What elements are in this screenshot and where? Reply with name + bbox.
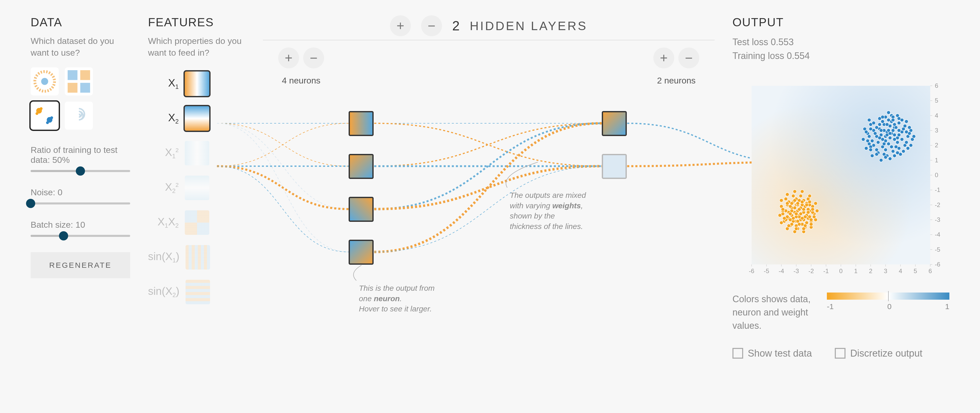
remove-layer-button[interactable]: − (421, 15, 442, 36)
svg-point-161 (882, 142, 886, 146)
add-layer-button[interactable]: + (390, 15, 411, 36)
svg-point-259 (797, 207, 801, 211)
svg-point-244 (812, 215, 816, 218)
svg-point-86 (891, 150, 895, 153)
hidden-layers-count: 2 (452, 18, 460, 33)
data-question: Which dataset do you want to use? (30, 35, 130, 59)
regenerate-button[interactable]: REGENERATE (30, 252, 130, 278)
show-test-data-checkbox[interactable]: Show test data (732, 348, 812, 359)
dataset-xor[interactable] (65, 67, 93, 96)
discretize-output-checkbox[interactable]: Discretize output (835, 348, 922, 359)
svg-point-101 (880, 158, 883, 162)
layer1-remove-neuron-button[interactable]: − (303, 48, 324, 69)
svg-point-160 (875, 126, 878, 129)
svg-text:5: 5 (935, 97, 938, 104)
svg-point-74 (887, 142, 891, 146)
svg-rect-14 (752, 86, 930, 265)
svg-text:4: 4 (935, 112, 938, 119)
legend-text: Colors shows data, neuron and weight val… (732, 292, 814, 333)
svg-text:0: 0 (935, 172, 938, 179)
svg-text:4: 4 (899, 268, 902, 274)
legend-tick-max: 1 (945, 302, 950, 311)
feature-thumb-sinx1 (186, 245, 210, 269)
svg-point-165 (878, 136, 881, 140)
svg-point-123 (888, 136, 892, 140)
feature-sinx1[interactable]: sin(X1) (148, 245, 245, 269)
features-question: Which properties do you want to feed in? (148, 35, 245, 59)
feature-thumb-x1 (185, 72, 209, 96)
svg-text:-4: -4 (779, 268, 784, 274)
feature-label-x2: X2 (148, 112, 179, 125)
feature-x2sq[interactable]: X22 (148, 175, 245, 200)
svg-point-100 (888, 157, 892, 161)
layer1-add-neuron-button[interactable]: + (278, 48, 299, 69)
layer2-remove-neuron-button[interactable]: − (678, 48, 699, 69)
svg-point-206 (780, 199, 783, 202)
svg-text:2: 2 (869, 268, 872, 274)
svg-text:1: 1 (935, 157, 938, 164)
svg-point-145 (912, 134, 916, 138)
svg-point-261 (800, 217, 804, 220)
train-loss-text: Training loss 0.554 (732, 49, 950, 63)
svg-point-245 (809, 223, 813, 226)
svg-point-11 (50, 116, 53, 119)
note-weights: The outputs are mixed with varying weigh… (510, 190, 587, 231)
layer2-neuron-2[interactable] (602, 154, 627, 179)
svg-point-249 (783, 217, 786, 220)
feature-sinx2[interactable]: sin(X2) (148, 280, 245, 304)
svg-text:6: 6 (928, 268, 932, 274)
layer2-neurons-label: 2 neurons (657, 75, 695, 86)
svg-point-119 (897, 129, 901, 132)
svg-point-139 (864, 130, 868, 134)
svg-point-102 (870, 154, 874, 158)
batch-slider[interactable] (30, 235, 130, 237)
feature-x1[interactable]: X1 (148, 72, 245, 96)
svg-point-120 (900, 137, 904, 141)
network-links (263, 86, 714, 376)
feature-label-sinx2: sin(X2) (148, 285, 180, 299)
layer2-add-neuron-button[interactable]: + (653, 48, 674, 69)
feature-x1x2[interactable]: X1X2 (148, 210, 245, 235)
svg-point-205 (786, 193, 789, 196)
feature-label-x1x2: X1X2 (148, 216, 179, 229)
svg-point-255 (799, 212, 803, 216)
svg-point-152 (893, 137, 896, 141)
dataset-circle[interactable] (30, 67, 59, 96)
svg-point-121 (894, 145, 898, 148)
svg-point-166 (887, 118, 891, 122)
svg-rect-5 (80, 83, 90, 92)
svg-point-203 (800, 190, 804, 193)
discretize-output-label: Discretize output (850, 348, 922, 359)
feature-x2[interactable]: X2 (148, 106, 245, 131)
layer2-neuron-1[interactable] (602, 111, 627, 136)
svg-text:1: 1 (854, 268, 858, 274)
svg-point-159 (891, 118, 895, 122)
svg-point-189 (799, 194, 803, 198)
feature-label-x1: X1 (148, 77, 179, 90)
layer1-neuron-4[interactable] (348, 240, 374, 265)
ratio-slider[interactable] (30, 170, 130, 172)
svg-point-144 (907, 126, 911, 129)
svg-point-111 (891, 129, 895, 132)
color-legend: -1 0 1 (827, 292, 950, 311)
dataset-spiral[interactable] (65, 102, 93, 130)
svg-point-104 (862, 137, 865, 141)
svg-point-127 (869, 127, 873, 131)
svg-point-7 (35, 112, 38, 115)
dataset-gauss[interactable] (30, 102, 59, 130)
svg-text:6: 6 (935, 82, 938, 89)
svg-point-193 (778, 214, 782, 217)
features-title: FEATURES (148, 15, 245, 29)
layer1-neuron-3[interactable] (348, 197, 374, 222)
feature-x1sq[interactable]: X12 (148, 141, 245, 166)
layer1-neuron-1[interactable] (348, 111, 374, 136)
noise-slider[interactable] (30, 203, 130, 204)
svg-point-141 (881, 115, 884, 119)
layer1-neuron-2[interactable] (348, 154, 374, 179)
feature-label-x2sq: X22 (148, 181, 179, 195)
layer1-neurons-label: 4 neurons (282, 75, 320, 86)
svg-text:3: 3 (884, 268, 887, 274)
svg-point-250 (781, 207, 785, 211)
svg-point-253 (800, 200, 804, 204)
output-chart[interactable]: -6-5-4-3-2-10123456-6-5-4-3-2-10123456 (732, 70, 950, 280)
